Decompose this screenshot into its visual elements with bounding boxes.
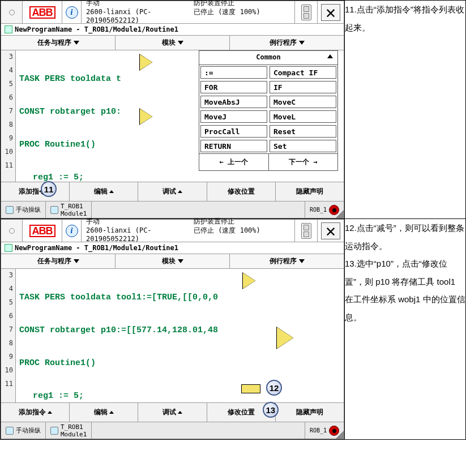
code-line[interactable]: reg1 := 5; [19, 170, 340, 182]
resize-grip-icon[interactable] [336, 210, 344, 218]
guard-label: 防护装置停止 [194, 0, 290, 8]
status-panel: 手动防护装置停止 2600-lianxi (PC-201905052212)已停… [82, 1, 295, 23]
code-line[interactable]: reg1 := 5; [19, 389, 340, 402]
pendant-12-13: ABB i 手动防护装置停止 2600-lianxi (PC-201905052… [1, 219, 344, 439]
breadcrumb: NewProgramName - T_ROB1/Module1/Routine1 [1, 242, 344, 254]
taskbar-program[interactable]: T_ROB1Module1 [46, 201, 92, 218]
status-panel: 手动防护装置停止 2600-lianxi (PC-201905052212)已停… [82, 220, 295, 242]
resize-grip-icon[interactable] [336, 431, 344, 439]
jog-icon [6, 206, 14, 214]
modify-position-button[interactable]: 修改位置 13 [207, 403, 276, 422]
top-bar: ABB i 手动防护装置停止 2600-lianxi (PC-201905052… [1, 220, 344, 242]
step-number: 12 [345, 223, 354, 233]
program-pointer-icon [243, 273, 255, 289]
palette-item[interactable]: Compact IF [270, 66, 336, 79]
taskbar-jog[interactable]: 手动操纵 [1, 201, 46, 218]
palette-title[interactable]: Common [199, 51, 337, 65]
hide-declaration-button[interactable]: 隐藏声明 [276, 403, 344, 422]
top-bar: ABB i 手动防护装置停止 2600-lianxi (PC-201905052… [1, 1, 344, 24]
code-line[interactable]: PROC Routine1() [19, 356, 340, 370]
add-instruction-button[interactable]: 添加指令 [1, 403, 70, 422]
code-area[interactable]: 345 678 91011 TASK PERS tooldata tool1:=… [1, 269, 344, 402]
nav-row: 任务与程序 模块 例行程序 [1, 36, 344, 50]
abb-logo: ABB [23, 220, 62, 242]
code-area[interactable]: 345 678 91011 TASK PERS tooldata t CONST… [1, 50, 344, 182]
mode-switch-icon [295, 220, 318, 242]
callout-badge-12: 12 [266, 380, 282, 396]
breadcrumb-text: NewProgramName - T_ROB1/Module1/Routine1 [15, 25, 178, 33]
step-text: .点击“减号”，则可以看到整条运动指令。 [345, 223, 464, 251]
nav-task-program[interactable]: 任务与程序 [1, 36, 116, 50]
main-menu-button[interactable] [1, 1, 23, 23]
info-button[interactable]: i [62, 1, 82, 23]
motion-pointer-icon [277, 327, 293, 349]
taskbar-robot[interactable]: ROB_1 [305, 201, 344, 218]
info-button[interactable]: i [62, 220, 82, 242]
mode-switch-icon [295, 1, 318, 23]
add-instruction-button[interactable]: 添加指令 11 [1, 182, 70, 201]
nav-routine[interactable]: 例行程序 [230, 254, 344, 268]
nav-task-program[interactable]: 任务与程序 [1, 254, 116, 268]
code-lines[interactable]: TASK PERS tooldata tool1:=[TRUE,[[0,0,0 … [16, 269, 344, 402]
step-number: 11 [345, 5, 354, 14]
pendant-11: ABB i 手动防护装置停止 2600-lianxi (PC-201905052… [1, 1, 344, 218]
action-row: 添加指令 编辑 调试 修改位置 13 隐藏声明 [1, 402, 344, 422]
palette-item[interactable]: MoveAbsJ [200, 96, 267, 108]
edit-button[interactable]: 编辑 [70, 403, 138, 422]
step-number: 13 [345, 259, 354, 268]
taskbar-robot[interactable]: ROB_1 [305, 422, 344, 439]
minus-indicator-icon [241, 384, 260, 393]
palette-item[interactable]: FOR [200, 81, 267, 93]
controller-label: 2600-lianxi (PC-201905052212) [86, 8, 194, 25]
nav-module[interactable]: 模块 [116, 36, 230, 50]
palette-item[interactable]: IF [270, 81, 336, 93]
palette-item[interactable]: := [200, 66, 267, 79]
callout-badge-11: 11 [41, 181, 57, 197]
nav-module[interactable]: 模块 [116, 254, 230, 268]
main-menu-button[interactable] [1, 220, 23, 242]
motion-pointer-icon [140, 109, 152, 125]
close-button[interactable]: ✕ [318, 1, 344, 23]
action-row: 添加指令 11 编辑 调试 修改位置 隐藏声明 [1, 182, 344, 201]
palette-item[interactable]: Set [270, 140, 336, 152]
palette-item[interactable]: MoveL [270, 110, 336, 123]
nav-routine[interactable]: 例行程序 [230, 36, 344, 50]
callout-badge-13: 13 [263, 402, 279, 418]
mode-label: 手动 [86, 0, 194, 8]
step-text: .点击“添加指令”将指令列表收起来。 [345, 5, 464, 32]
taskbar-jog[interactable]: 手动操纵 [1, 422, 46, 439]
close-button[interactable]: ✕ [318, 220, 344, 242]
taskbar: 手动操纵 T_ROB1Module1 ROB_1 [1, 201, 344, 218]
line-gutter: 345 678 91011 [1, 269, 16, 402]
edit-button[interactable]: 编辑 [70, 182, 138, 201]
program-icon [50, 206, 58, 214]
debug-button[interactable]: 调试 [138, 403, 207, 422]
state-label: 已停止 (速度 100%) [194, 8, 290, 25]
breadcrumb: NewProgramName - T_ROB1/Module1/Routine1 [1, 24, 344, 36]
line-gutter: 345 678 91011 [1, 50, 16, 182]
program-pointer-icon [140, 54, 152, 70]
taskbar: 手动操纵 T_ROB1Module1 ROB_1 [1, 422, 344, 439]
hide-declaration-button[interactable]: 隐藏声明 [276, 182, 344, 201]
program-icon [5, 244, 12, 252]
palette-prev[interactable]: ← 上一个 [199, 154, 269, 170]
palette-item[interactable]: RETURN [200, 140, 267, 152]
palette-item[interactable]: MoveJ [200, 110, 267, 123]
palette-item[interactable]: ProcCall [200, 125, 267, 138]
program-icon [5, 25, 12, 33]
taskbar-program[interactable]: T_ROB1Module1 [46, 422, 92, 439]
palette-item[interactable]: Reset [270, 125, 336, 138]
modify-position-button[interactable]: 修改位置 [207, 182, 276, 201]
nav-row: 任务与程序 模块 例行程序 [1, 254, 344, 269]
code-line[interactable]: TASK PERS tooldata tool1:=[TRUE,[[0,0,0 [19, 290, 340, 304]
instruction-palette: Common := Compact IF FOR IF MoveAbsJ Mov… [199, 50, 338, 171]
palette-next[interactable]: 下一个 → [269, 154, 338, 170]
step-text: .选中“p10”，点击“修改位置”，则 p10 将存储工具 tool1 在工件坐… [345, 259, 465, 322]
debug-button[interactable]: 调试 [138, 182, 207, 201]
abb-logo: ABB [23, 1, 62, 23]
palette-item[interactable]: MoveC [270, 96, 336, 108]
